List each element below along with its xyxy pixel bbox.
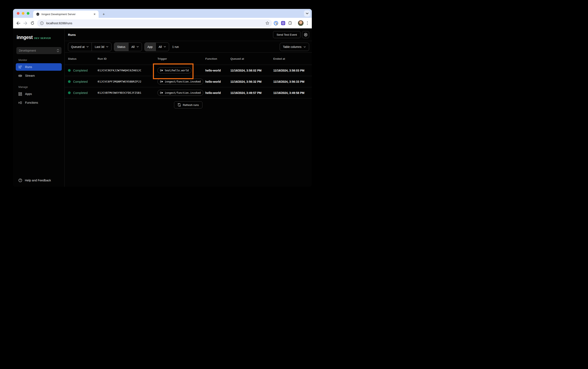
bookmark-star-icon[interactable] [265, 21, 269, 25]
function-name[interactable]: hello-world [205, 91, 230, 94]
page-title: Runs [68, 33, 273, 37]
refresh-icon [178, 103, 181, 107]
app-filter-dropdown[interactable]: All [156, 43, 169, 51]
chevron-down-icon [86, 46, 89, 48]
help-label: Help and Feedback [25, 179, 51, 182]
chevron-down-icon [137, 46, 139, 48]
new-tab-button[interactable]: + [103, 12, 105, 16]
extensions-puzzle-icon[interactable] [288, 21, 292, 25]
help-and-feedback[interactable]: ? Help and Feedback [19, 178, 51, 182]
chevron-down-icon [164, 46, 166, 48]
browser-toolbar: localhost:8288/runs [13, 18, 312, 28]
column-header-function: Function [205, 57, 230, 60]
stream-icon [18, 74, 22, 78]
sidebar: inngest DEV SERVER Development Monitor R… [13, 28, 65, 187]
app-filter-label: App [145, 43, 156, 51]
ended-at: 11/16/2024, 3:49:58 PM [273, 91, 312, 94]
table-columns-button[interactable]: Table columns [280, 43, 309, 51]
status-filter-label: Status [114, 43, 128, 51]
event-signal-icon [160, 92, 163, 94]
functions-icon [18, 101, 22, 105]
status-filter-dropdown[interactable]: All [128, 43, 142, 51]
site-info-icon[interactable] [40, 21, 44, 25]
reload-icon[interactable] [29, 20, 36, 27]
extension-icons [274, 20, 310, 26]
password-manager-extension-icon[interactable] [274, 21, 278, 25]
sidebar-item-stream[interactable]: Stream [16, 72, 62, 79]
sidebar-item-apps[interactable]: Apps [16, 90, 62, 98]
minimize-window-button[interactable] [22, 12, 24, 15]
browser-tab[interactable]: Inngest Development Server ✕ [33, 10, 99, 18]
status-dot-icon [68, 80, 71, 83]
table-row[interactable]: Completed 01JCVBTMV3WXY9D3CFDEJFZSB1 inn… [65, 87, 312, 98]
svg-text:?: ? [20, 179, 21, 181]
forward-icon[interactable] [22, 20, 29, 27]
status-cell: Completed [68, 91, 98, 94]
environment-select[interactable]: Development [16, 47, 61, 54]
column-header-trigger: Trigger [158, 57, 205, 60]
send-test-event-button[interactable]: Send Test Event [273, 31, 300, 38]
chevron-down-icon [304, 46, 306, 48]
sidebar-item-label: Runs [25, 65, 32, 69]
column-header-ended-at: Ended at [273, 57, 312, 60]
column-header-run-id: Run ID [98, 57, 158, 60]
inngest-logo: inngest [17, 35, 33, 40]
trigger-badge[interactable]: test/hello.world [158, 67, 191, 73]
function-name[interactable]: hello-world [205, 80, 230, 83]
sidebar-item-label: Functions [25, 101, 38, 104]
sidebar-item-functions[interactable]: Functions [16, 99, 62, 106]
purple-extension-icon[interactable] [281, 21, 285, 25]
profile-avatar[interactable] [298, 20, 304, 26]
gear-icon [304, 33, 308, 37]
trigger-badge[interactable]: inngest/function.invoked [158, 79, 203, 85]
tab-title: Inngest Development Server [41, 13, 93, 16]
chevron-down-icon [106, 46, 108, 48]
trigger-cell: inngest/function.invoked [158, 90, 205, 96]
run-id[interactable]: 01JCVC6PF2MQNMTWE95BBRZPJ2 [98, 80, 158, 83]
sidebar-item-label: Apps [25, 92, 32, 96]
column-header-queued-at: Queued at [230, 57, 273, 60]
trigger-cell: inngest/function.invoked [158, 79, 205, 85]
ended-at: 11/16/2024, 3:56:33 PM [273, 80, 312, 83]
run-id[interactable]: 01JCVC9EFKJ2W70WQHC6ZH6SJC [98, 69, 158, 72]
status-dot-icon [68, 69, 71, 72]
function-name[interactable]: hello-world [205, 69, 230, 72]
browser-menu-icon[interactable] [306, 21, 310, 25]
status-cell: Completed [68, 80, 98, 83]
close-window-button[interactable] [17, 12, 20, 15]
zoom-window-button[interactable] [27, 12, 30, 15]
dev-server-badge: DEV SERVER [34, 37, 51, 39]
tab-close-icon[interactable]: ✕ [93, 12, 97, 16]
refresh-runs-button[interactable]: Refresh runs [174, 101, 202, 108]
column-header-status: Status [68, 57, 98, 60]
apps-icon [18, 92, 22, 96]
tab-search-chevron-button[interactable] [304, 10, 310, 17]
run-count: 1 run [172, 45, 179, 49]
status-filter: Status All [114, 42, 142, 51]
help-icon: ? [19, 178, 22, 182]
time-field-dropdown[interactable]: Queued at [68, 43, 91, 51]
inngest-app: inngest DEV SERVER Development Monitor R… [13, 28, 312, 187]
section-label-manage: Manage [19, 86, 64, 89]
run-id[interactable]: 01JCVBTMV3WXY9D3CFDEJFZSB1 [98, 91, 158, 94]
page-header: Runs Send Test Event [65, 28, 312, 41]
table-row[interactable]: Completed 01JCVC9EFKJ2W70WQHC6ZH6SJC tes… [65, 65, 312, 76]
toolbar-divider [295, 21, 295, 25]
app-filter: App All [144, 42, 169, 51]
table-header: Status Run ID Trigger Function Queued at… [65, 53, 312, 65]
window-controls[interactable] [17, 12, 30, 15]
trigger-cell: test/hello.world [158, 67, 205, 73]
back-icon[interactable] [15, 20, 22, 27]
updown-chevron-icon [57, 49, 59, 52]
sidebar-item-runs[interactable]: Runs [16, 63, 62, 71]
trigger-badge[interactable]: inngest/function.invoked [158, 90, 203, 96]
event-signal-icon [160, 80, 163, 83]
section-label-monitor: Monitor [19, 59, 64, 62]
sidebar-item-label: Stream [25, 74, 35, 77]
environment-select-value: Development [19, 49, 36, 52]
address-bar[interactable]: localhost:8288/runs [37, 20, 272, 27]
url-text[interactable]: localhost:8288/runs [46, 21, 72, 25]
table-row[interactable]: Completed 01JCVC6PF2MQNMTWE95BBRZPJ2 inn… [65, 76, 312, 87]
settings-gear-button[interactable] [302, 31, 309, 38]
time-range-dropdown[interactable]: Last 3d [91, 43, 111, 51]
